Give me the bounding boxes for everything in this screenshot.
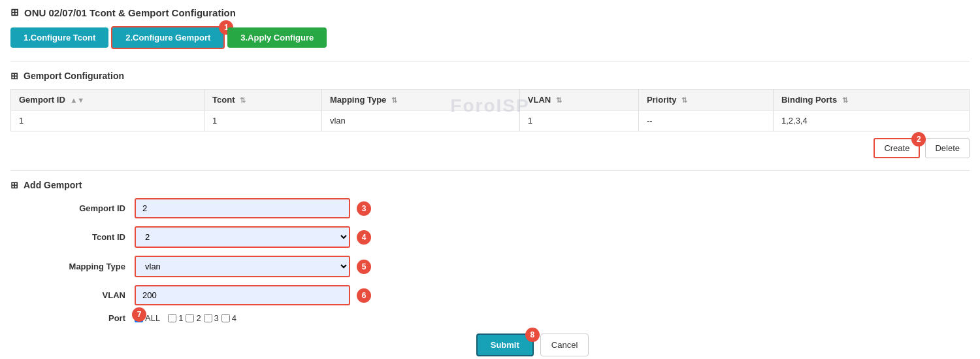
tcont-id-badge: 4 (357, 230, 371, 245)
port-row: Port ALL 7 1 2 (50, 313, 970, 323)
col-binding-ports[interactable]: Binding Ports ⇅ (773, 90, 969, 111)
col-tcont[interactable]: Tcont ⇅ (204, 90, 322, 111)
add-gemport-title: ⊞ Add Gemport (10, 180, 970, 190)
table-row: 11vlan1--1,2,3,4 (11, 111, 970, 131)
port-3-checkbox[interactable] (204, 314, 212, 322)
submit-btn-wrapper: Submit 8 (476, 333, 534, 356)
gemport-id-input[interactable] (135, 198, 350, 218)
tcont-id-select[interactable]: 2 1 3 4 (135, 226, 350, 248)
gemport-table-wrapper: ForoISP Gemport ID ▲▼ Tcont ⇅ Mapping Ty… (10, 89, 970, 158)
gemport-id-row: Gemport ID 3 (50, 198, 970, 218)
wizard-step-2[interactable]: 2.Configure Gemport (111, 26, 225, 49)
port-1-label[interactable]: 1 (168, 313, 183, 323)
form-actions: Submit 8 Cancel (95, 333, 970, 356)
divider-2 (10, 170, 970, 171)
sort-icon-vlan: ⇅ (556, 96, 562, 104)
step3-wrapper: 3.Apply Configure (227, 27, 329, 48)
mapping-type-label: Mapping Type (50, 262, 135, 271)
wizard-steps: 1.Configure Tcont 2.Configure Gemport 1 … (10, 26, 970, 49)
port-1-checkbox[interactable] (168, 314, 176, 322)
cell-mapping_type: vlan (321, 111, 519, 131)
tcont-id-row: Tcont ID 2 1 3 4 4 (50, 226, 970, 248)
table-header-row: Gemport ID ▲▼ Tcont ⇅ Mapping Type ⇅ VLA… (11, 90, 970, 111)
mapping-type-row: Mapping Type vlan priority untagged 5 (50, 256, 970, 277)
port-3-label[interactable]: 3 (204, 313, 219, 323)
sort-icon-tcont: ⇅ (240, 96, 246, 104)
add-gemport-section: ⊞ Add Gemport Gemport ID 3 Tcont ID 2 1 … (10, 180, 970, 356)
sort-icon-binding: ⇅ (842, 96, 848, 104)
port-label: Port (50, 313, 135, 323)
cell-gemport_id: 1 (11, 111, 204, 131)
delete-button[interactable]: Delete (925, 138, 970, 158)
port-checkboxes: ALL 7 1 2 3 (135, 313, 237, 323)
cancel-button[interactable]: Cancel (540, 333, 589, 356)
col-mapping-type[interactable]: Mapping Type ⇅ (321, 90, 519, 111)
divider-1 (10, 61, 970, 61)
col-gemport-id[interactable]: Gemport ID ▲▼ (11, 90, 204, 111)
col-priority[interactable]: Priority ⇅ (638, 90, 773, 111)
gemport-id-label: Gemport ID (50, 203, 135, 213)
vlan-row: VLAN 6 (50, 285, 970, 305)
vlan-label: VLAN (50, 290, 135, 300)
cell-tcont: 1 (204, 111, 322, 131)
mapping-type-select[interactable]: vlan priority untagged (135, 256, 350, 277)
page-title: ⊞ ONU 02/07/01 Tcont & Gemport Configura… (10, 7, 970, 18)
col-vlan[interactable]: VLAN ⇅ (519, 90, 638, 111)
submit-badge: 8 (525, 328, 540, 342)
sort-icon-priority: ⇅ (681, 96, 687, 104)
step1-wrapper: 1.Configure Tcont (10, 27, 111, 48)
port-badge-wrapper: ALL 7 (135, 313, 160, 323)
create-badge: 2 (911, 132, 926, 146)
wizard-step-1[interactable]: 1.Configure Tcont (10, 27, 108, 48)
gemport-id-badge: 3 (357, 201, 371, 216)
step2-wrapper: 2.Configure Gemport 1 (111, 26, 227, 49)
sort-icon-gemport: ▲▼ (70, 96, 84, 104)
cell-vlan: 1 (519, 111, 638, 131)
cell-binding_ports: 1,2,3,4 (773, 111, 969, 131)
gemport-table: Gemport ID ▲▼ Tcont ⇅ Mapping Type ⇅ VLA… (10, 89, 970, 131)
mapping-type-badge: 5 (357, 260, 371, 274)
create-btn-wrapper: Create 2 (874, 138, 920, 158)
vlan-badge: 6 (357, 288, 371, 303)
port-2-checkbox[interactable] (186, 314, 194, 322)
gemport-form: Gemport ID 3 Tcont ID 2 1 3 4 4 Mapping … (50, 198, 970, 323)
vlan-input[interactable] (135, 285, 350, 305)
page-title-icon: ⊞ (10, 7, 19, 18)
table-actions: Create 2 Delete (10, 138, 970, 158)
cell-priority: -- (638, 111, 773, 131)
add-gemport-icon: ⊞ (10, 180, 18, 190)
port-badge: 7 (132, 307, 146, 322)
sort-icon-mapping: ⇅ (391, 96, 397, 104)
tcont-id-label: Tcont ID (50, 232, 135, 242)
port-4-checkbox[interactable] (221, 314, 230, 322)
wizard-step-3[interactable]: 3.Apply Configure (227, 27, 327, 48)
gemport-config-icon: ⊞ (10, 71, 18, 81)
port-4-label[interactable]: 4 (221, 313, 237, 323)
port-2-label[interactable]: 2 (186, 313, 201, 323)
gemport-config-title: ⊞ Gemport Configuration (10, 71, 970, 81)
